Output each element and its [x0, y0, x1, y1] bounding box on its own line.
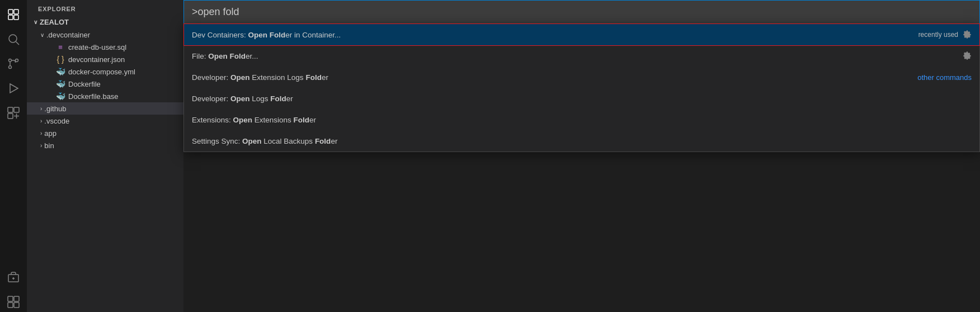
sidebar-root-label: ZEALOT	[40, 18, 69, 26]
svg-rect-18	[8, 302, 13, 308]
cmd-extensions-open-folder[interactable]: Extensions: Open Extensions Folder	[184, 109, 979, 130]
sidebar: Explorer ∨ ZEALOT ∨ .devcontainer ≡ crea…	[27, 0, 183, 312]
json-file-icon: { }	[56, 55, 65, 64]
cmd-developer-ext-logs[interactable]: Developer: Open Extension Logs Folder ot…	[184, 67, 979, 88]
explorer-activity-icon[interactable]	[3, 4, 23, 25]
devcontainer-json-file[interactable]: { } devcontainer.json	[27, 53, 183, 65]
run-debug-activity-icon[interactable]	[3, 78, 23, 98]
svg-rect-3	[14, 15, 18, 20]
command-palette-input[interactable]	[184, 1, 979, 23]
github-folder-label: .github	[44, 105, 66, 113]
docker-compose-file[interactable]: 🐳 docker-compose.yml	[27, 65, 183, 78]
svg-rect-17	[14, 296, 19, 301]
svg-rect-12	[8, 114, 13, 119]
cmd-settings-sync-text: Settings Sync: Open Local Backups Folder	[192, 137, 972, 145]
cmd-dev-containers-open-folder[interactable]: Dev Containers: Open Folder in Container…	[184, 24, 979, 45]
create-db-user-file[interactable]: ≡ create-db-user.sql	[27, 41, 183, 53]
github-chevron-icon: ›	[40, 106, 42, 112]
svg-rect-2	[8, 15, 13, 20]
root-chevron-icon: ∨	[34, 19, 37, 25]
cmd-dev-containers-badge: recently used	[918, 30, 972, 39]
cmd-developer-logs[interactable]: Developer: Open Logs Folder	[184, 88, 979, 109]
svg-point-4	[9, 35, 17, 42]
devcontainer-chevron-icon: ∨	[40, 32, 44, 38]
bin-chevron-icon: ›	[40, 143, 42, 149]
extensions-activity-icon[interactable]	[3, 103, 23, 123]
other-commands-link[interactable]: other commands	[917, 73, 972, 82]
cmd-other-commands-badge: other commands	[917, 73, 972, 82]
cmd-developer-ext-logs-text: Developer: Open Extension Logs Folder	[192, 73, 917, 82]
cmd-extensions-open-folder-text: Extensions: Open Extensions Folder	[192, 116, 972, 124]
svg-rect-19	[14, 302, 19, 308]
cmd-dev-containers-gear-icon[interactable]	[963, 30, 972, 39]
app-folder[interactable]: › app	[27, 127, 183, 139]
vscode-chevron-icon: ›	[40, 118, 42, 124]
docker3-file-icon: 🐳	[56, 92, 65, 101]
bin-folder-label: bin	[44, 141, 54, 150]
remote-activity-icon[interactable]	[3, 267, 23, 287]
svg-point-6	[9, 59, 12, 62]
vscode-folder-label: .vscode	[44, 117, 69, 125]
cmd-file-badge	[963, 51, 972, 60]
extensions2-activity-icon[interactable]	[3, 292, 23, 312]
vscode-folder[interactable]: › .vscode	[27, 115, 183, 127]
svg-line-5	[16, 42, 20, 45]
sql-file-icon: ≡	[56, 42, 65, 51]
command-palette: Dev Containers: Open Folder in Container…	[183, 0, 980, 152]
search-activity-icon[interactable]	[3, 29, 23, 49]
docker2-file-icon: 🐳	[56, 79, 65, 88]
app-chevron-icon: ›	[40, 130, 42, 136]
devcontainer-folder-label: .devcontainer	[46, 31, 90, 39]
activity-bar	[0, 0, 27, 312]
svg-rect-0	[8, 10, 13, 14]
source-control-activity-icon[interactable]	[3, 54, 23, 74]
command-results-list: Dev Containers: Open Folder in Container…	[183, 23, 980, 152]
svg-rect-16	[8, 296, 13, 301]
github-folder[interactable]: › .github	[27, 102, 183, 115]
svg-point-7	[16, 59, 18, 62]
cmd-dev-containers-text: Dev Containers: Open Folder in Container…	[192, 31, 918, 39]
command-input-wrapper	[183, 0, 980, 23]
devcontainer-folder[interactable]: ∨ .devcontainer	[27, 29, 183, 41]
cmd-developer-logs-text: Developer: Open Logs Folder	[192, 94, 972, 103]
cmd-file-open-folder[interactable]: File: Open Folder...	[184, 45, 979, 67]
app-folder-label: app	[44, 129, 56, 138]
sidebar-header: Explorer	[27, 0, 183, 16]
dockerfile-file[interactable]: 🐳 Dockerfile	[27, 78, 183, 90]
sidebar-root-folder[interactable]: ∨ ZEALOT	[27, 16, 183, 29]
bin-folder[interactable]: › bin	[27, 139, 183, 152]
svg-rect-10	[8, 107, 13, 112]
svg-rect-11	[14, 107, 19, 112]
svg-rect-1	[14, 10, 18, 14]
svg-point-8	[9, 66, 12, 69]
main-content: Dev Containers: Open Folder in Container…	[183, 0, 980, 312]
cmd-settings-sync[interactable]: Settings Sync: Open Local Backups Folder	[184, 130, 979, 152]
dockerfile-base-file[interactable]: 🐳 Dockerfile.base	[27, 90, 183, 102]
cmd-file-gear-icon[interactable]	[963, 51, 972, 60]
svg-marker-9	[10, 84, 18, 93]
cmd-file-open-folder-text: File: Open Folder...	[192, 52, 963, 60]
docker-file-icon: 🐳	[56, 67, 65, 76]
